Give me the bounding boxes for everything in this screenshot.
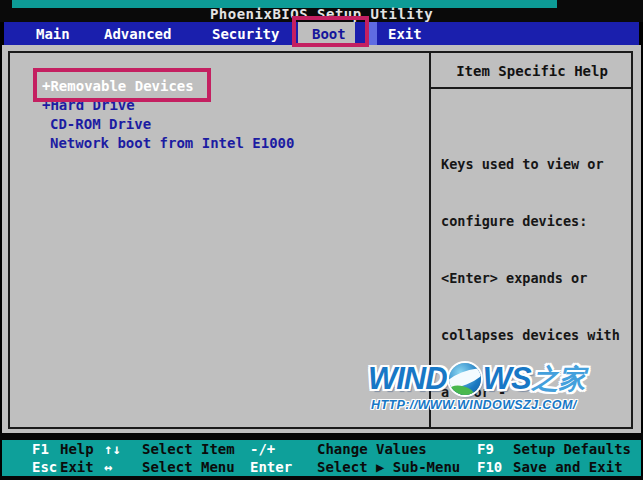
tab-edge-stripe (368, 22, 377, 45)
key-f1: F1 (32, 441, 49, 458)
key-f10: F10 (477, 459, 502, 476)
tab-main[interactable]: Main (36, 26, 70, 42)
label-setup-defaults: Setup Defaults (513, 441, 631, 458)
label-select-submenu: Select ▶ Sub-Menu (317, 459, 460, 476)
legend-top-separator (0, 433, 643, 440)
key-updown-icon: ↑↓ (104, 441, 121, 458)
bios-setup-screen: PhoenixBIOS Setup Utility Main Advanced … (0, 0, 643, 480)
boot-item-cdrom-drive[interactable]: CD-ROM Drive (42, 116, 151, 135)
label-exit: Exit (60, 459, 94, 476)
label-change-values: Change Values (317, 441, 427, 458)
tab-exit[interactable]: Exit (388, 26, 422, 42)
help-panel-text: Keys used to view or configure devices: … (441, 117, 633, 480)
help-panel-separator (431, 87, 633, 89)
label-help: Help (60, 441, 94, 458)
key-enter: Enter (250, 459, 292, 476)
key-minus-plus: -/+ (250, 441, 275, 458)
help-line: Keys used to view or (441, 155, 633, 174)
windowszj-watermark-logo: WIND WS 之家 (368, 361, 586, 397)
key-leftright-icon: ↔ (104, 459, 112, 476)
help-line: configure devices: (441, 212, 633, 231)
key-f9: F9 (477, 441, 494, 458)
boot-item-network-boot[interactable]: Network boot from Intel E1000 (42, 135, 294, 154)
help-line: collapses devices with (441, 326, 633, 345)
tab-security[interactable]: Security (212, 26, 279, 42)
watermark-brand-prefix: WIND (368, 361, 447, 397)
label-select-item: Select Item (142, 441, 235, 458)
help-line: <Enter> expands or (441, 269, 633, 288)
label-save-and-exit: Save and Exit (513, 459, 623, 476)
windowszj-watermark-url: HTTP://WWW.WINDOWSZJ.COM/ (371, 398, 577, 412)
watermark-brand-cn: 之家 (532, 361, 586, 397)
removable-devices-annotation-box (33, 68, 211, 102)
watermark-brand-suffix: WS (483, 361, 531, 397)
help-panel-title: Item Specific Help (431, 63, 633, 79)
globe-icon (449, 363, 481, 395)
label-select-menu: Select Menu (142, 459, 235, 476)
tab-advanced[interactable]: Advanced (104, 26, 171, 42)
bottom-black-strip (0, 476, 643, 480)
key-esc: Esc (32, 459, 57, 476)
boot-tab-annotation-box (292, 16, 369, 47)
